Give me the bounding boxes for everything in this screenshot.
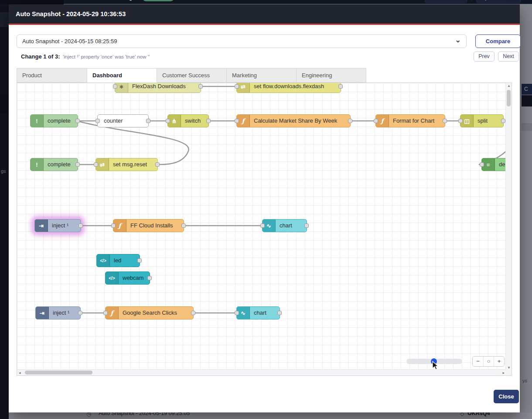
output-port[interactable]: [206, 119, 211, 123]
node-label: FlexDash Downloads: [128, 83, 190, 93]
zoom-in-button[interactable]: +: [494, 357, 504, 366]
vertical-scrollbar[interactable]: ▴ ▾: [505, 83, 512, 370]
node-set-flow-downloads-flexdash[interactable]: ⇄ set flow.downloads.flexdash: [236, 83, 341, 93]
output-port[interactable]: [147, 276, 152, 280]
output-port[interactable]: [75, 119, 80, 123]
input-port[interactable]: [166, 119, 170, 123]
node-label: led: [110, 254, 126, 267]
scroll-right-icon[interactable]: ▸: [502, 370, 505, 376]
zoom-out-button[interactable]: −: [473, 357, 483, 366]
vertical-scrollbar-thumb[interactable]: [507, 90, 511, 106]
node-debug[interactable]: ≡ debu: [481, 158, 506, 171]
node-label: chart: [276, 220, 297, 232]
next-button[interactable]: Next: [498, 52, 519, 62]
node-label: counter: [98, 115, 127, 127]
input-port[interactable]: [235, 311, 239, 315]
tab-customer-success[interactable]: Customer Success: [157, 68, 227, 82]
output-port[interactable]: [146, 119, 150, 123]
output-port[interactable]: [78, 223, 83, 228]
node-webcam[interactable]: </> webcam: [105, 271, 150, 285]
node-complete-2[interactable]: ! complete: [30, 158, 78, 171]
node-label: set flow.downloads.flexdash: [250, 83, 328, 93]
scroll-left-icon[interactable]: ◂: [19, 370, 21, 376]
zoom-reset-button[interactable]: ○: [483, 357, 494, 366]
node-split[interactable]: ◫ split: [460, 114, 504, 127]
flow-tabs: Product Dashboard Customer Success Marke…: [17, 68, 366, 82]
node-label: chart: [250, 307, 271, 319]
code-icon: </>: [106, 272, 119, 284]
modal-header: Auto Snapshot - 2024-05-29 10:36:53: [9, 4, 520, 25]
output-port[interactable]: [181, 223, 186, 228]
node-label: complete: [44, 115, 75, 127]
node-ff-cloud-installs[interactable]: ƒ FF Cloud Installs: [113, 219, 184, 232]
output-port[interactable]: [155, 162, 160, 167]
input-port[interactable]: [113, 84, 117, 89]
close-button[interactable]: Close: [494, 390, 519, 403]
node-label: debu: [495, 158, 506, 171]
output-port[interactable]: [348, 119, 352, 123]
node-google-search-clicks[interactable]: ƒ Google Search Clicks: [105, 306, 194, 319]
node-label: split: [474, 115, 492, 127]
node-counter[interactable]: counter: [97, 114, 149, 127]
output-port[interactable]: [78, 311, 82, 315]
tab-engineering[interactable]: Engineering: [297, 68, 366, 82]
tab-dashboard[interactable]: Dashboard: [87, 68, 157, 82]
input-port[interactable]: [95, 119, 100, 123]
input-port[interactable]: [94, 162, 98, 167]
node-inject-2[interactable]: ⇥ inject ¹: [35, 306, 81, 319]
node-flexdash-downloads[interactable]: ∗ FlexDash Downloads: [115, 83, 201, 93]
input-port[interactable]: [458, 119, 463, 123]
compare-button[interactable]: Compare: [475, 34, 521, 48]
scroll-down-icon[interactable]: ▾: [506, 365, 512, 370]
output-port[interactable]: [338, 84, 343, 89]
snapshot-compare-modal: Auto Snapshot - 2024-05-29 10:36:53 Auto…: [9, 4, 520, 412]
tab-marketing[interactable]: Marketing: [227, 68, 297, 82]
output-port[interactable]: [443, 119, 447, 123]
node-inject-1[interactable]: ⇥ inject ¹: [34, 219, 81, 232]
chevron-down-icon: ⌄: [455, 34, 461, 46]
node-label: Format for Chart: [389, 115, 439, 127]
complete-icon: !: [31, 158, 44, 171]
node-label: Calculate Market Share By Week: [250, 115, 341, 127]
output-port[interactable]: [501, 119, 505, 123]
input-port[interactable]: [260, 223, 265, 228]
inject-icon: ⇥: [36, 307, 49, 319]
complete-icon: !: [31, 115, 44, 127]
output-port[interactable]: [304, 223, 309, 228]
flow-area[interactable]: ∗ FlexDash Downloads ⇄ set flow.download…: [17, 83, 506, 370]
flow-canvas: ∗ FlexDash Downloads ⇄ set flow.download…: [17, 82, 512, 376]
tab-product[interactable]: Product: [17, 68, 87, 82]
mouse-cursor: [432, 361, 440, 370]
code-icon: </>: [97, 254, 110, 267]
node-switch[interactable]: ⋔ switch: [167, 114, 209, 127]
scroll-up-icon[interactable]: ▴: [506, 83, 512, 88]
zoom-button-group: − ○ +: [472, 356, 505, 367]
input-port[interactable]: [235, 119, 239, 123]
output-port[interactable]: [198, 84, 203, 89]
input-port[interactable]: [103, 311, 108, 315]
input-port[interactable]: [111, 223, 116, 228]
output-port[interactable]: [191, 311, 195, 315]
node-set-msg-reset[interactable]: ⇄ set msg.reset: [95, 158, 158, 171]
node-label: webcam: [119, 272, 148, 284]
node-led[interactable]: </> led: [96, 254, 140, 267]
prev-button[interactable]: Prev: [474, 52, 494, 62]
output-port[interactable]: [137, 258, 142, 263]
input-port[interactable]: [480, 162, 484, 167]
node-label: inject ¹: [49, 307, 74, 319]
snapshot-select[interactable]: Auto Snapshot - 2024-05-15 08:25:59 ⌄: [17, 34, 467, 48]
output-port[interactable]: [277, 311, 282, 315]
inject-icon: ⇥: [35, 220, 48, 232]
node-label: inject ¹: [48, 220, 73, 232]
node-chart-1[interactable]: ∿ chart: [262, 219, 307, 232]
horizontal-scrollbar-thumb[interactable]: [25, 371, 92, 374]
snapshot-select-value: Auto Snapshot - 2024-05-15 08:25:59: [22, 38, 117, 45]
input-port[interactable]: [374, 119, 378, 123]
input-port[interactable]: [235, 84, 239, 89]
output-port[interactable]: [75, 162, 80, 167]
node-complete-1[interactable]: ! complete: [30, 114, 78, 127]
node-chart-2[interactable]: ∿ chart: [236, 306, 280, 319]
node-calculate-market-share[interactable]: ƒ Calculate Market Share By Week: [236, 114, 351, 127]
horizontal-scrollbar[interactable]: ◂ ▸: [17, 369, 506, 375]
node-format-for-chart[interactable]: ƒ Format for Chart: [375, 114, 445, 127]
